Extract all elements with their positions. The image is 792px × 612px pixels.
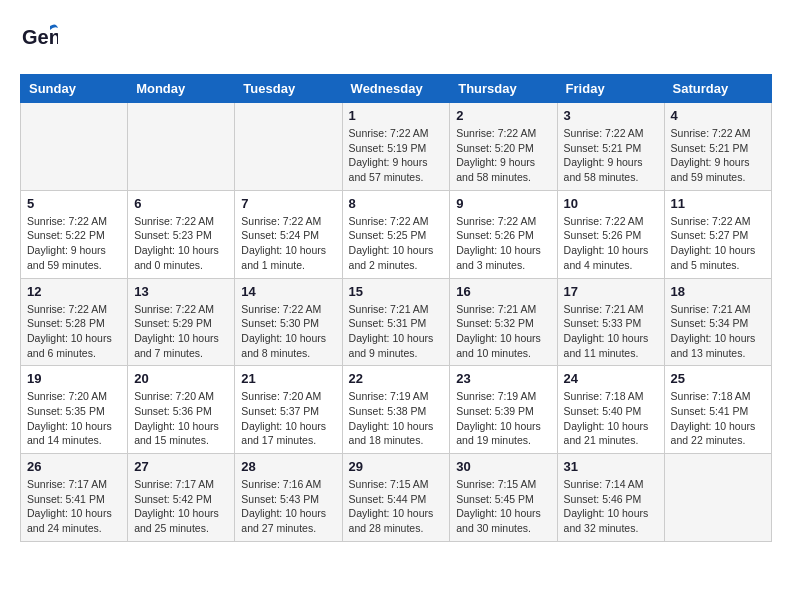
day-info: Sunrise: 7:19 AM Sunset: 5:39 PM Dayligh… xyxy=(456,389,550,448)
calendar-cell: 1Sunrise: 7:22 AM Sunset: 5:19 PM Daylig… xyxy=(342,103,450,191)
day-info: Sunrise: 7:22 AM Sunset: 5:26 PM Dayligh… xyxy=(564,214,658,273)
calendar-cell: 31Sunrise: 7:14 AM Sunset: 5:46 PM Dayli… xyxy=(557,454,664,542)
day-info: Sunrise: 7:22 AM Sunset: 5:29 PM Dayligh… xyxy=(134,302,228,361)
day-info: Sunrise: 7:20 AM Sunset: 5:35 PM Dayligh… xyxy=(27,389,121,448)
day-number: 17 xyxy=(564,284,658,299)
calendar-cell: 5Sunrise: 7:22 AM Sunset: 5:22 PM Daylig… xyxy=(21,190,128,278)
calendar-cell: 23Sunrise: 7:19 AM Sunset: 5:39 PM Dayli… xyxy=(450,366,557,454)
day-info: Sunrise: 7:22 AM Sunset: 5:21 PM Dayligh… xyxy=(564,126,658,185)
calendar-cell: 6Sunrise: 7:22 AM Sunset: 5:23 PM Daylig… xyxy=(128,190,235,278)
day-number: 13 xyxy=(134,284,228,299)
calendar-cell: 30Sunrise: 7:15 AM Sunset: 5:45 PM Dayli… xyxy=(450,454,557,542)
weekday-header-friday: Friday xyxy=(557,75,664,103)
calendar-cell: 19Sunrise: 7:20 AM Sunset: 5:35 PM Dayli… xyxy=(21,366,128,454)
calendar-cell: 2Sunrise: 7:22 AM Sunset: 5:20 PM Daylig… xyxy=(450,103,557,191)
calendar-cell xyxy=(128,103,235,191)
day-number: 20 xyxy=(134,371,228,386)
weekday-header-row: SundayMondayTuesdayWednesdayThursdayFrid… xyxy=(21,75,772,103)
calendar-cell: 20Sunrise: 7:20 AM Sunset: 5:36 PM Dayli… xyxy=(128,366,235,454)
day-number: 3 xyxy=(564,108,658,123)
day-number: 12 xyxy=(27,284,121,299)
day-info: Sunrise: 7:21 AM Sunset: 5:33 PM Dayligh… xyxy=(564,302,658,361)
calendar-cell: 13Sunrise: 7:22 AM Sunset: 5:29 PM Dayli… xyxy=(128,278,235,366)
day-number: 21 xyxy=(241,371,335,386)
day-number: 4 xyxy=(671,108,765,123)
calendar-cell: 9Sunrise: 7:22 AM Sunset: 5:26 PM Daylig… xyxy=(450,190,557,278)
day-info: Sunrise: 7:20 AM Sunset: 5:37 PM Dayligh… xyxy=(241,389,335,448)
calendar-cell: 27Sunrise: 7:17 AM Sunset: 5:42 PM Dayli… xyxy=(128,454,235,542)
calendar-cell: 16Sunrise: 7:21 AM Sunset: 5:32 PM Dayli… xyxy=(450,278,557,366)
day-info: Sunrise: 7:22 AM Sunset: 5:21 PM Dayligh… xyxy=(671,126,765,185)
day-info: Sunrise: 7:22 AM Sunset: 5:28 PM Dayligh… xyxy=(27,302,121,361)
day-number: 9 xyxy=(456,196,550,211)
day-info: Sunrise: 7:21 AM Sunset: 5:32 PM Dayligh… xyxy=(456,302,550,361)
calendar-cell: 26Sunrise: 7:17 AM Sunset: 5:41 PM Dayli… xyxy=(21,454,128,542)
day-info: Sunrise: 7:22 AM Sunset: 5:25 PM Dayligh… xyxy=(349,214,444,273)
calendar-table: SundayMondayTuesdayWednesdayThursdayFrid… xyxy=(20,74,772,542)
day-info: Sunrise: 7:19 AM Sunset: 5:38 PM Dayligh… xyxy=(349,389,444,448)
calendar-cell: 24Sunrise: 7:18 AM Sunset: 5:40 PM Dayli… xyxy=(557,366,664,454)
day-number: 19 xyxy=(27,371,121,386)
calendar-week-1: 1Sunrise: 7:22 AM Sunset: 5:19 PM Daylig… xyxy=(21,103,772,191)
calendar-cell: 11Sunrise: 7:22 AM Sunset: 5:27 PM Dayli… xyxy=(664,190,771,278)
day-number: 7 xyxy=(241,196,335,211)
calendar-cell: 28Sunrise: 7:16 AM Sunset: 5:43 PM Dayli… xyxy=(235,454,342,542)
day-number: 26 xyxy=(27,459,121,474)
weekday-header-tuesday: Tuesday xyxy=(235,75,342,103)
calendar-week-5: 26Sunrise: 7:17 AM Sunset: 5:41 PM Dayli… xyxy=(21,454,772,542)
calendar-week-2: 5Sunrise: 7:22 AM Sunset: 5:22 PM Daylig… xyxy=(21,190,772,278)
calendar-cell: 21Sunrise: 7:20 AM Sunset: 5:37 PM Dayli… xyxy=(235,366,342,454)
day-info: Sunrise: 7:22 AM Sunset: 5:20 PM Dayligh… xyxy=(456,126,550,185)
day-info: Sunrise: 7:18 AM Sunset: 5:41 PM Dayligh… xyxy=(671,389,765,448)
day-number: 16 xyxy=(456,284,550,299)
calendar-cell: 15Sunrise: 7:21 AM Sunset: 5:31 PM Dayli… xyxy=(342,278,450,366)
day-number: 27 xyxy=(134,459,228,474)
calendar-cell: 18Sunrise: 7:21 AM Sunset: 5:34 PM Dayli… xyxy=(664,278,771,366)
day-number: 28 xyxy=(241,459,335,474)
day-number: 22 xyxy=(349,371,444,386)
calendar-cell: 8Sunrise: 7:22 AM Sunset: 5:25 PM Daylig… xyxy=(342,190,450,278)
day-info: Sunrise: 7:21 AM Sunset: 5:31 PM Dayligh… xyxy=(349,302,444,361)
day-info: Sunrise: 7:15 AM Sunset: 5:45 PM Dayligh… xyxy=(456,477,550,536)
day-info: Sunrise: 7:22 AM Sunset: 5:23 PM Dayligh… xyxy=(134,214,228,273)
calendar-cell: 3Sunrise: 7:22 AM Sunset: 5:21 PM Daylig… xyxy=(557,103,664,191)
calendar-cell xyxy=(235,103,342,191)
day-number: 15 xyxy=(349,284,444,299)
day-info: Sunrise: 7:22 AM Sunset: 5:19 PM Dayligh… xyxy=(349,126,444,185)
day-info: Sunrise: 7:22 AM Sunset: 5:27 PM Dayligh… xyxy=(671,214,765,273)
day-number: 18 xyxy=(671,284,765,299)
day-number: 29 xyxy=(349,459,444,474)
day-info: Sunrise: 7:17 AM Sunset: 5:41 PM Dayligh… xyxy=(27,477,121,536)
day-number: 6 xyxy=(134,196,228,211)
calendar-cell: 10Sunrise: 7:22 AM Sunset: 5:26 PM Dayli… xyxy=(557,190,664,278)
calendar-cell: 4Sunrise: 7:22 AM Sunset: 5:21 PM Daylig… xyxy=(664,103,771,191)
day-info: Sunrise: 7:15 AM Sunset: 5:44 PM Dayligh… xyxy=(349,477,444,536)
calendar-cell: 22Sunrise: 7:19 AM Sunset: 5:38 PM Dayli… xyxy=(342,366,450,454)
page-header: General xyxy=(20,20,772,58)
day-number: 31 xyxy=(564,459,658,474)
day-number: 24 xyxy=(564,371,658,386)
calendar-cell: 7Sunrise: 7:22 AM Sunset: 5:24 PM Daylig… xyxy=(235,190,342,278)
calendar-cell xyxy=(664,454,771,542)
calendar-cell: 12Sunrise: 7:22 AM Sunset: 5:28 PM Dayli… xyxy=(21,278,128,366)
day-info: Sunrise: 7:22 AM Sunset: 5:26 PM Dayligh… xyxy=(456,214,550,273)
weekday-header-sunday: Sunday xyxy=(21,75,128,103)
weekday-header-wednesday: Wednesday xyxy=(342,75,450,103)
day-number: 10 xyxy=(564,196,658,211)
day-info: Sunrise: 7:22 AM Sunset: 5:22 PM Dayligh… xyxy=(27,214,121,273)
day-number: 8 xyxy=(349,196,444,211)
day-info: Sunrise: 7:17 AM Sunset: 5:42 PM Dayligh… xyxy=(134,477,228,536)
calendar-cell xyxy=(21,103,128,191)
logo: General xyxy=(20,20,58,58)
day-info: Sunrise: 7:21 AM Sunset: 5:34 PM Dayligh… xyxy=(671,302,765,361)
svg-text:General: General xyxy=(22,26,58,48)
day-info: Sunrise: 7:16 AM Sunset: 5:43 PM Dayligh… xyxy=(241,477,335,536)
day-number: 30 xyxy=(456,459,550,474)
logo-icon: General xyxy=(20,20,58,58)
calendar-cell: 14Sunrise: 7:22 AM Sunset: 5:30 PM Dayli… xyxy=(235,278,342,366)
day-number: 14 xyxy=(241,284,335,299)
day-info: Sunrise: 7:18 AM Sunset: 5:40 PM Dayligh… xyxy=(564,389,658,448)
day-number: 25 xyxy=(671,371,765,386)
weekday-header-thursday: Thursday xyxy=(450,75,557,103)
weekday-header-monday: Monday xyxy=(128,75,235,103)
